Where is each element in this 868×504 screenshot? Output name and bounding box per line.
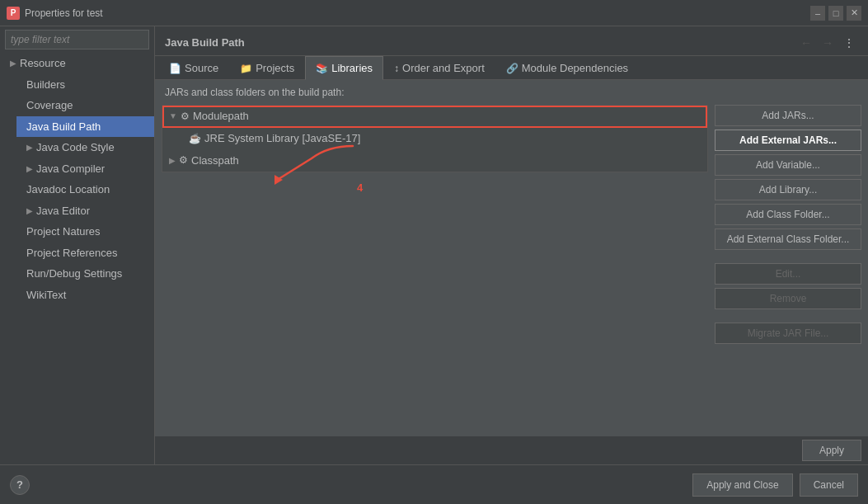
tree-panel-container: ▼ ⚙ Modulepath ▶ ☕ JRE System Library [J… (155, 105, 711, 436)
sidebar-label-java-compiler: Java Compiler (36, 161, 105, 177)
tab-module-dependencies-label: Module Dependencies (522, 62, 628, 74)
app-icon: P (7, 7, 20, 20)
maximize-button[interactable]: □ (828, 6, 843, 21)
sidebar-label-wikitext: WikiText (26, 287, 66, 304)
sidebar-item-javadoc-location[interactable]: Javadoc Location (16, 179, 154, 200)
sidebar-item-java-editor[interactable]: ▶ Java Editor (16, 200, 154, 222)
sidebar-label-project-references: Project References (26, 245, 118, 261)
sidebar-item-resource[interactable]: ▶ Resource (0, 53, 154, 74)
sidebar-item-java-build-path[interactable]: Java Build Path (16, 116, 154, 138)
tab-libraries-label: Libraries (331, 62, 373, 74)
sidebar-label-java-editor: Java Editor (36, 203, 90, 219)
content-area: Java Build Path ← → ⋮ 📄 Source 📁 Project… (155, 26, 868, 464)
filter-input[interactable] (5, 30, 149, 49)
sidebar-item-project-natures[interactable]: Project Natures (16, 221, 154, 243)
spacer-1 (715, 253, 861, 260)
cancel-button[interactable]: Cancel (800, 473, 858, 497)
sidebar-label-project-natures: Project Natures (26, 224, 101, 240)
add-ext-class-folder-button[interactable]: Add External Class Folder... (715, 228, 861, 250)
sidebar: ▶ Resource Builders Coverage Java Build … (0, 26, 155, 464)
tab-libraries[interactable]: 📚 Libraries (305, 56, 383, 80)
content-header: Java Build Path ← → ⋮ (155, 26, 868, 56)
sidebar-item-run-debug[interactable]: Run/Debug Settings (16, 263, 154, 285)
minimize-button[interactable]: – (810, 6, 825, 21)
sidebar-label-resource: Resource (20, 55, 66, 72)
spacer-2 (715, 313, 861, 319)
expand-arrow-resource: ▶ (10, 57, 16, 69)
close-button[interactable]: ✕ (847, 6, 861, 21)
bottom-left: ? (10, 475, 30, 495)
tab-source[interactable]: 📄 Source (158, 56, 229, 79)
title-bar: P Properties for test – □ ✕ (0, 0, 868, 26)
svg-text:4: 4 (357, 181, 364, 194)
sidebar-item-java-compiler[interactable]: ▶ Java Compiler (16, 158, 154, 180)
tree-arrow-modulepath: ▼ (169, 110, 177, 123)
edit-button[interactable]: Edit... (715, 263, 861, 285)
expand-arrow-java-code-style: ▶ (26, 141, 33, 153)
bottom-bar: ? Apply and Close Cancel (0, 464, 868, 504)
expand-arrow-java-editor: ▶ (26, 205, 33, 217)
tab-projects-label: Projects (256, 62, 294, 74)
sidebar-item-builders[interactable]: Builders (16, 74, 154, 96)
sidebar-label-java-build-path: Java Build Path (26, 119, 101, 135)
apply-button[interactable]: Apply (802, 440, 861, 461)
apply-close-button[interactable]: Apply and Close (692, 473, 792, 497)
sidebar-label-java-code-style: Java Code Style (36, 139, 115, 156)
tree-label-modulepath: Modulepath (193, 108, 249, 125)
add-library-button[interactable]: Add Library... (715, 179, 861, 200)
sidebar-item-wikitext[interactable]: WikiText (16, 285, 154, 306)
sidebar-label-run-debug: Run/Debug Settings (26, 266, 122, 282)
modulepath-icon: ⚙ (181, 109, 190, 125)
tree-label-jre: JRE System Library [JavaSE-17] (204, 130, 360, 148)
tab-source-label: Source (185, 62, 218, 74)
tab-order-export-label: Order and Export (402, 62, 485, 74)
tab-module-dependencies[interactable]: 🔗 Module Dependencies (495, 56, 639, 79)
expand-arrow-java-compiler: ▶ (26, 163, 33, 175)
add-jars-button[interactable]: Add JARs... (715, 105, 861, 126)
nav-back-button[interactable]: ← (797, 35, 815, 51)
apply-row: Apply (155, 436, 868, 464)
source-tab-icon: 📄 (169, 63, 181, 74)
order-export-tab-icon: ↕ (394, 63, 399, 74)
tab-order-export[interactable]: ↕ Order and Export (383, 56, 495, 79)
header-nav: ← → ⋮ (797, 35, 858, 51)
tree-arrow-classpath: ▶ (169, 154, 176, 167)
content-panels: ▼ ⚙ Modulepath ▶ ☕ JRE System Library [J… (155, 105, 868, 436)
module-dep-tab-icon: 🔗 (506, 63, 518, 74)
sidebar-item-java-code-style[interactable]: ▶ Java Code Style (16, 137, 154, 158)
bottom-right: Apply and Close Cancel (692, 473, 858, 497)
sidebar-item-coverage[interactable]: Coverage (16, 95, 154, 116)
nav-forward-button[interactable]: → (819, 35, 837, 51)
tab-bar: 📄 Source 📁 Projects 📚 Libraries ↕ Order … (155, 56, 868, 80)
nav-menu-button[interactable]: ⋮ (840, 35, 858, 51)
tree-item-modulepath[interactable]: ▼ ⚙ Modulepath (162, 106, 707, 128)
content-body: JARs and class folders on the build path… (155, 80, 868, 464)
right-panel: Add JARs... Add External JARs... Add Var… (711, 105, 868, 436)
tree-panel: ▼ ⚙ Modulepath ▶ ☕ JRE System Library [J… (162, 105, 708, 172)
sidebar-label-builders: Builders (26, 77, 65, 93)
jre-icon: ☕ (189, 131, 201, 147)
tab-projects[interactable]: 📁 Projects (229, 56, 305, 79)
libraries-tab-icon: 📚 (316, 63, 328, 74)
sidebar-label-javadoc-location: Javadoc Location (26, 181, 110, 198)
add-external-jars-button[interactable]: Add External JARs... (715, 130, 861, 151)
projects-tab-icon: 📁 (240, 63, 252, 74)
sidebar-item-project-references[interactable]: Project References (16, 243, 154, 264)
content-description: JARs and class folders on the build path… (155, 80, 868, 105)
sidebar-label-coverage: Coverage (26, 97, 73, 114)
window-title: Properties for test (25, 7, 810, 19)
tree-item-jre[interactable]: ▶ ☕ JRE System Library [JavaSE-17] (162, 128, 707, 150)
sidebar-section: Builders Coverage Java Build Path ▶ Java… (0, 74, 154, 306)
content-title: Java Build Path (165, 36, 245, 49)
window-controls: – □ ✕ (810, 6, 861, 21)
add-variable-button[interactable]: Add Variable... (715, 154, 861, 176)
help-button[interactable]: ? (10, 475, 30, 495)
migrate-jar-button[interactable]: Migrate JAR File... (715, 323, 861, 344)
svg-marker-0 (274, 175, 283, 185)
tree-item-classpath[interactable]: ▶ ⚙ Classpath (162, 150, 707, 172)
tree-label-classpath: Classpath (191, 153, 239, 170)
add-class-folder-button[interactable]: Add Class Folder... (715, 204, 861, 225)
main-container: ▶ Resource Builders Coverage Java Build … (0, 26, 868, 464)
classpath-icon: ⚙ (179, 153, 188, 168)
remove-button[interactable]: Remove (715, 288, 861, 309)
